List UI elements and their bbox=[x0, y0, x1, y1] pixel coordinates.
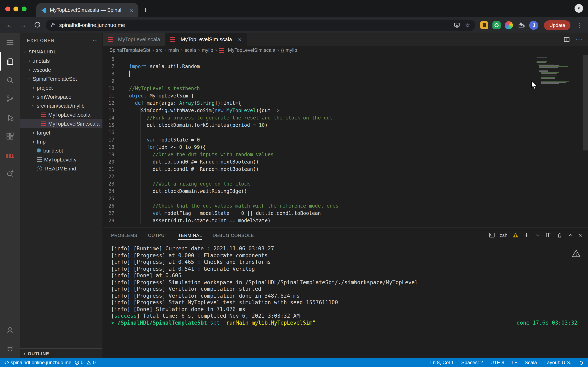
back-button[interactable]: ← bbox=[4, 20, 15, 30]
terminal-dropdown-icon[interactable] bbox=[534, 232, 540, 238]
metals-icon[interactable]: m bbox=[0, 146, 20, 164]
breadcrumb-item-scala[interactable]: scala bbox=[185, 47, 196, 53]
code-line[interactable]: 14 //Fork a process to generate the rese… bbox=[103, 114, 588, 122]
remote-indicator[interactable]: spinalhdl-online.junzhuo.me bbox=[4, 360, 71, 365]
panel-tab-problems[interactable]: PROBLEMS bbox=[111, 231, 138, 239]
url-input[interactable]: spinalhdl-online.junzhuo.me bbox=[59, 22, 450, 28]
breadcrumb-item-mytoplevelsim-scala[interactable]: MyTopLevelSim.scala bbox=[219, 47, 275, 53]
forward-button[interactable]: → bbox=[18, 20, 29, 30]
status-item-ln-8-col-1[interactable]: Ln 8, Col 1 bbox=[430, 360, 454, 365]
code-line[interactable]: 12 def main(args: Array[String]):Unit={ bbox=[103, 100, 588, 107]
macos-close-button[interactable] bbox=[5, 7, 10, 11]
tree-item-mytoplevel-v[interactable]: ›MyTopLevel.v bbox=[20, 155, 103, 164]
code-line[interactable]: 23 //Wait a rising edge on the clock bbox=[103, 180, 588, 188]
editor-tab-mytoplevelsim-scala[interactable]: MyTopLevelSim.scala× bbox=[165, 33, 247, 46]
split-terminal-icon[interactable] bbox=[545, 232, 552, 238]
extension-2-icon[interactable] bbox=[493, 21, 501, 29]
maximize-panel-icon[interactable] bbox=[567, 232, 573, 238]
extensions-icon[interactable] bbox=[0, 127, 20, 146]
minimap[interactable] bbox=[536, 56, 581, 84]
breadcrumb-item-main[interactable]: main bbox=[168, 47, 179, 53]
settings-gear-icon[interactable] bbox=[0, 339, 20, 358]
split-editor-icon[interactable] bbox=[563, 36, 570, 43]
code-editor[interactable]: 67import scala.util.Random8910//MyTopLev… bbox=[103, 55, 588, 227]
macos-zoom-button[interactable] bbox=[22, 7, 26, 11]
extensions-puzzle-icon[interactable] bbox=[517, 21, 525, 29]
panel-tab-debug-console[interactable]: DEBUG CONSOLE bbox=[213, 231, 254, 239]
tree-item-mytoplevelsim-scala[interactable]: ›MyTopLevelSim.scala bbox=[20, 119, 103, 128]
code-line[interactable]: 27 val modelFlag = modelState == 0 || du… bbox=[103, 210, 588, 217]
secondary-search-icon[interactable] bbox=[0, 164, 20, 183]
browser-menu-icon[interactable]: ⋮ bbox=[575, 21, 584, 29]
macos-minimize-button[interactable] bbox=[13, 7, 18, 11]
status-item-lf[interactable]: LF bbox=[512, 360, 517, 365]
close-panel-icon[interactable]: × bbox=[579, 232, 582, 238]
install-app-icon[interactable] bbox=[454, 22, 460, 28]
code-line[interactable]: 19 //Drive the dut inputs with random va… bbox=[103, 151, 588, 158]
extension-1-icon[interactable] bbox=[480, 21, 489, 29]
browser-tab-close-icon[interactable]: × bbox=[129, 7, 134, 14]
browser-tab[interactable]: MyTopLevelSim.scala — Spinal × bbox=[36, 3, 138, 17]
run-debug-icon[interactable] bbox=[0, 108, 20, 127]
panel-tab-terminal[interactable]: TERMINAL bbox=[178, 231, 202, 240]
tree-item-target[interactable]: ›target bbox=[20, 128, 103, 137]
code-line[interactable]: 15 dut.clockDomain.forkStimulus(period =… bbox=[103, 122, 588, 129]
code-line[interactable]: 7import scala.util.Random bbox=[103, 63, 588, 70]
account-icon[interactable] bbox=[0, 320, 20, 339]
menu-icon[interactable] bbox=[0, 33, 20, 52]
status-item-layout-u-s[interactable]: Layout: U.S. bbox=[544, 360, 571, 365]
code-line[interactable]: 11object MyTopLevelSim { bbox=[103, 92, 588, 100]
code-line[interactable]: 24 dut.clockDomain.waitRisingEdge() bbox=[103, 188, 588, 195]
code-line[interactable]: 28 assert(dut.io.state.toInt == modelSta… bbox=[103, 217, 588, 224]
code-line[interactable]: 18 for(idx <- 0 to 99){ bbox=[103, 143, 588, 151]
tree-item-build-sbt[interactable]: ›build.sbt bbox=[20, 146, 103, 155]
status-item-spaces-2[interactable]: Spaces: 2 bbox=[461, 360, 483, 365]
tree-item-spinalhdl[interactable]: ›SPINALHDL bbox=[20, 47, 103, 56]
editor-more-actions-icon[interactable]: ⋯ bbox=[576, 35, 582, 43]
explorer-actions-icon[interactable]: ⋯ bbox=[92, 37, 98, 43]
tree-item-metals[interactable]: ›.metals bbox=[20, 56, 103, 65]
editor-scrollbar[interactable] bbox=[583, 55, 588, 150]
tree-item-mytoplevel-scala[interactable]: ›MyTopLevel.scala bbox=[20, 110, 103, 119]
code-line[interactable]: 8 bbox=[103, 70, 588, 77]
code-line[interactable]: 22 bbox=[103, 173, 588, 180]
code-line[interactable]: 21 dut.io.cond1 #= Random.nextBoolean() bbox=[103, 166, 588, 173]
code-line[interactable]: 9 bbox=[103, 77, 588, 85]
url-bar[interactable]: spinalhdl-online.junzhuo.me ☆ bbox=[46, 19, 476, 31]
tree-item-project[interactable]: ›project bbox=[20, 83, 103, 92]
tree-item-spinaltemplatesbt[interactable]: ›SpinalTemplateSbt bbox=[20, 74, 103, 83]
breadcrumb-item-src[interactable]: src bbox=[156, 47, 163, 53]
terminal-warning-icon[interactable] bbox=[572, 249, 581, 259]
source-control-icon[interactable] bbox=[0, 89, 20, 108]
extension-3-icon[interactable] bbox=[505, 21, 513, 29]
kill-terminal-icon[interactable] bbox=[556, 232, 562, 238]
tree-item-tmp[interactable]: ›tmp bbox=[20, 137, 103, 146]
breadcrumb-item-spinaltemplatesbt[interactable]: SpinalTemplateSbt bbox=[109, 47, 150, 53]
code-line[interactable]: 6 bbox=[103, 55, 588, 63]
new-tab-button[interactable]: + bbox=[143, 6, 148, 14]
code-line[interactable]: 25 bbox=[103, 195, 588, 202]
problems-indicator[interactable]: 0 0 bbox=[74, 360, 96, 365]
outline-section[interactable]: › OUTLINE bbox=[20, 348, 103, 358]
search-icon[interactable] bbox=[0, 71, 20, 89]
editor-tab-mytoplevel-scala[interactable]: MyTopLevel.scala bbox=[103, 33, 165, 46]
code-line[interactable]: 10//MyTopLevel's testbench bbox=[103, 85, 588, 92]
lock-icon[interactable] bbox=[51, 22, 56, 28]
tree-item-vscode[interactable]: ›.vscode bbox=[20, 65, 103, 74]
code-line[interactable]: 16 bbox=[103, 129, 588, 136]
notifications-bell-icon[interactable] bbox=[579, 360, 584, 365]
explorer-icon[interactable] bbox=[0, 52, 20, 71]
file-tree[interactable]: ›SPINALHDL›.metals›.vscode›SpinalTemplat… bbox=[20, 47, 103, 348]
reload-button[interactable] bbox=[32, 20, 43, 30]
bookmark-star-icon[interactable]: ☆ bbox=[465, 21, 471, 29]
terminal-output[interactable]: [info] [Runtime] Current date : 2021.11.… bbox=[103, 242, 588, 358]
code-line[interactable]: 13 SimConfig.withWave.doSim(new MyTopLev… bbox=[103, 107, 588, 114]
shell-warning-icon[interactable] bbox=[512, 232, 518, 238]
terminal-shell-label[interactable]: zsh bbox=[500, 232, 507, 238]
status-item-utf-8[interactable]: UTF-8 bbox=[490, 360, 504, 365]
close-editor-tab-icon[interactable]: × bbox=[238, 36, 242, 43]
code-line[interactable]: 26 //Check that the dut values match wit… bbox=[103, 202, 588, 210]
breadcrumb-item-mylib[interactable]: {}mylib bbox=[281, 47, 297, 53]
panel-tab-output[interactable]: OUTPUT bbox=[148, 231, 167, 239]
browser-update-button[interactable]: Update bbox=[544, 20, 571, 30]
